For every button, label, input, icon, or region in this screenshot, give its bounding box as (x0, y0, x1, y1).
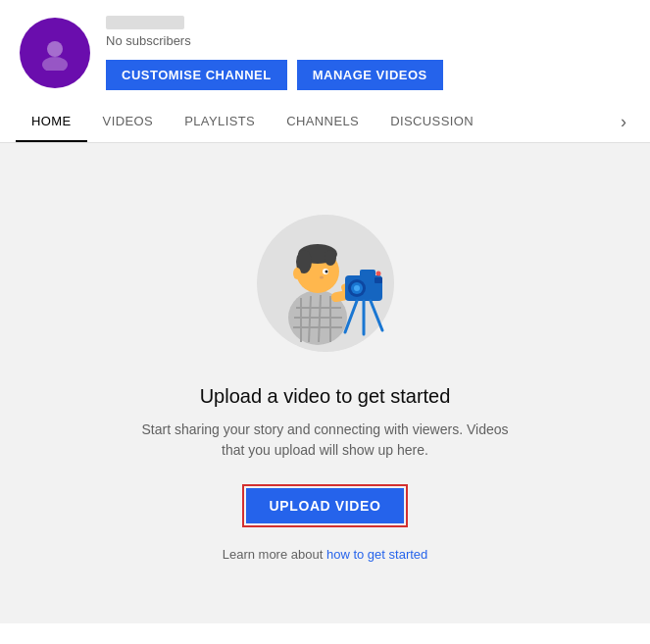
svg-point-16 (325, 271, 327, 273)
tab-playlists[interactable]: PLAYLISTS (169, 102, 271, 142)
svg-rect-26 (375, 277, 382, 283)
nav-more-chevron[interactable]: › (613, 104, 634, 140)
tab-videos[interactable]: VIDEOS (87, 102, 170, 142)
channel-avatar (20, 18, 90, 88)
upload-illustration (247, 205, 404, 362)
upload-video-button[interactable]: UPLOAD VIDEO (246, 488, 405, 523)
upload-button-wrapper: UPLOAD VIDEO (242, 484, 409, 527)
svg-point-18 (293, 268, 301, 279)
channel-name-placeholder (106, 16, 184, 29)
svg-point-17 (320, 276, 324, 279)
tab-home[interactable]: HOME (16, 102, 87, 142)
tab-channels[interactable]: CHANNELS (271, 102, 375, 142)
learn-more-link[interactable]: how to get started (326, 547, 427, 562)
customise-channel-button[interactable]: CUSTOMISE CHANNEL (106, 60, 287, 90)
svg-point-24 (354, 285, 360, 291)
learn-more-text: Learn more about how to get started (223, 547, 428, 562)
upload-title: Upload a video to get started (200, 385, 451, 408)
manage-videos-button[interactable]: MANAGE VIDEOS (297, 60, 443, 90)
channel-nav: HOME VIDEOS PLAYLISTS CHANNELS DISCUSSIO… (0, 102, 650, 143)
tab-discussion[interactable]: DISCUSSION (375, 102, 489, 142)
svg-point-27 (375, 272, 380, 276)
svg-point-14 (325, 250, 336, 266)
channel-buttons: CUSTOMISE CHANNEL MANAGE VIDEOS (106, 60, 443, 90)
channel-subscribers: No subscribers (106, 33, 443, 48)
channel-info: No subscribers CUSTOMISE CHANNEL MANAGE … (106, 16, 443, 90)
main-content: Upload a video to get started Start shar… (0, 143, 650, 623)
svg-rect-25 (360, 270, 375, 277)
svg-point-0 (47, 41, 63, 57)
svg-point-1 (42, 57, 68, 71)
channel-header: No subscribers CUSTOMISE CHANNEL MANAGE … (0, 0, 650, 90)
upload-description: Start sharing your story and connecting … (129, 420, 522, 461)
